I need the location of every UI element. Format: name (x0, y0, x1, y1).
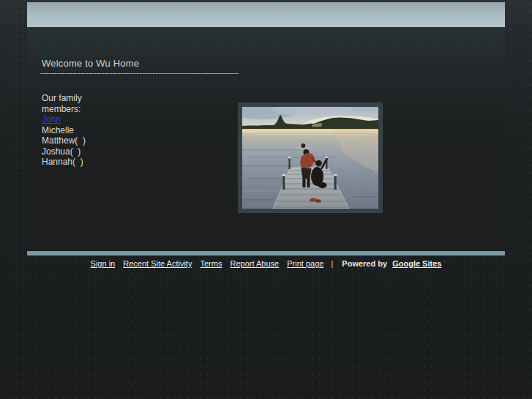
dashed-divider: ----------------------------------------… (40, 68, 274, 77)
footer-separator: | (331, 259, 333, 268)
header-banner (27, 2, 505, 27)
report-abuse-link[interactable]: Report Abuse (231, 259, 280, 268)
member-matthew: Matthew( ) (42, 135, 109, 146)
sign-in-link[interactable]: Sign in (91, 259, 116, 268)
main-content-area: Welcome to Wu Home ---------------------… (27, 27, 505, 251)
page-title: Welcome to Wu Home (42, 58, 139, 69)
family-photo (239, 103, 382, 212)
recent-site-activity-link[interactable]: Recent Site Activity (123, 259, 192, 268)
member-joshua: Joshua( ) (42, 146, 109, 157)
member-john: John (42, 114, 109, 125)
member-michelle: Michelle (42, 125, 109, 136)
member-hannah: Hannah( ) (42, 157, 109, 168)
google-sites-link[interactable]: Google Sites (392, 259, 441, 268)
footer-divider-bar (27, 251, 505, 256)
wu-home-page: { "header": { "banner": "" }, "page": { … (0, 0, 532, 399)
member-john-link[interactable]: John (42, 114, 61, 124)
terms-link[interactable]: Terms (200, 259, 222, 268)
lake-dock-photo-illustration (242, 107, 378, 209)
family-members-block: Our family members: John Michelle Matthe… (42, 93, 109, 168)
family-intro-text: Our family members: (42, 93, 109, 114)
powered-by-label: Powered by (342, 259, 387, 268)
print-page-link[interactable]: Print page (287, 259, 323, 268)
footer: Sign in Recent Site Activity Terms Repor… (0, 259, 532, 268)
